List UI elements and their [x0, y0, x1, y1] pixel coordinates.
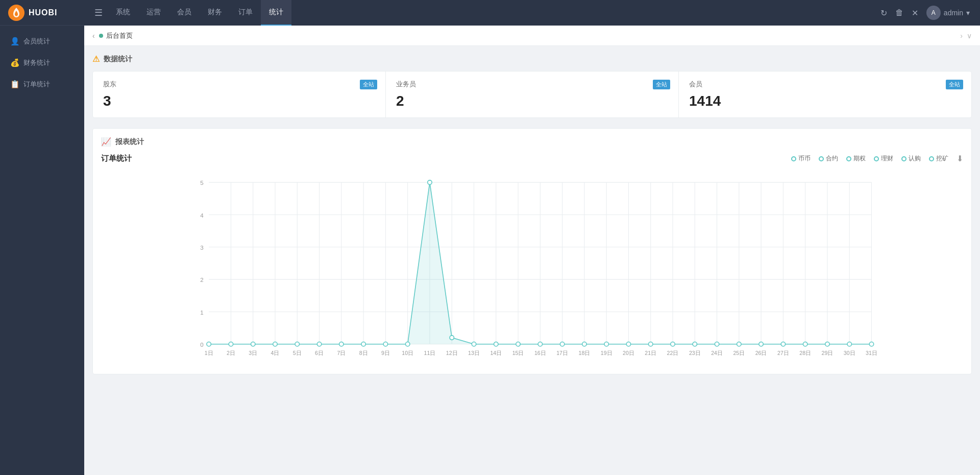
chart-dot-13 [494, 342, 498, 346]
stat-member-value: 1414 [689, 93, 961, 109]
chart-dot-21 [671, 342, 675, 346]
stat-member-label: 会员 [689, 80, 961, 89]
legend-subscribe-label: 认购 [909, 154, 921, 163]
breadcrumb-forward-arrow[interactable]: › [960, 32, 963, 40]
chart-dot-29 [847, 342, 851, 346]
finance-stats-icon: 💰 [10, 58, 19, 67]
sidebar-item-finance-stats[interactable]: 💰 财务统计 [0, 52, 84, 74]
chart-dot-10 [428, 180, 432, 184]
user-menu[interactable]: A admin ▾ [926, 6, 970, 20]
tab-operations[interactable]: 运营 [138, 0, 169, 26]
svg-text:5日: 5日 [293, 350, 302, 356]
topbar-actions: ↻ 🗑 ✕ A admin ▾ [875, 6, 975, 20]
menu-icon[interactable]: ☰ [89, 7, 108, 18]
data-stats-label: 数据统计 [104, 55, 132, 64]
chart-dot-24 [737, 342, 741, 346]
legend-option-dot [846, 156, 851, 161]
chart-dot-16 [560, 342, 564, 346]
chart-dot-9 [405, 342, 409, 346]
svg-text:2: 2 [200, 276, 203, 283]
legend-subscribe-dot [901, 156, 906, 161]
legend-mining-dot [929, 156, 934, 161]
tab-operations-label: 运营 [146, 8, 161, 17]
breadcrumb-dot [99, 34, 103, 38]
chart-dot-27 [803, 342, 807, 346]
sidebar-item-order-stats[interactable]: 📋 订单统计 [0, 74, 84, 95]
chart-dot-8 [383, 342, 387, 346]
avatar: A [926, 6, 941, 20]
close-icon[interactable]: ✕ [912, 8, 918, 18]
stat-salesman-label: 业务员 [396, 80, 668, 89]
refresh-icon[interactable]: ↻ [880, 8, 887, 18]
tab-system[interactable]: 系统 [108, 0, 138, 26]
chart-section-header: 📈 报表统计 [101, 137, 963, 147]
stat-card-member: 会员 1414 全站 [679, 72, 971, 117]
stat-shareholder-value: 3 [103, 93, 375, 109]
svg-text:20日: 20日 [623, 350, 634, 356]
chart-dot-23 [715, 342, 719, 346]
svg-text:7日: 7日 [337, 350, 346, 356]
stat-shareholder-badge: 全站 [360, 80, 377, 89]
breadcrumb-expand-arrow[interactable]: ∨ [967, 32, 972, 40]
legend-coin-label: 币币 [798, 154, 811, 163]
delete-icon[interactable]: 🗑 [895, 8, 903, 17]
chart-dot-1 [229, 342, 233, 346]
svg-text:15日: 15日 [512, 350, 524, 356]
chart-container: 0 1 2 3 4 5 1日 2日 3日 4日 5日 6日 7日 8日 9 [101, 172, 963, 366]
svg-text:9日: 9日 [381, 350, 390, 356]
member-stats-icon: 👤 [10, 37, 19, 46]
svg-text:4: 4 [200, 212, 204, 219]
tab-member[interactable]: 会员 [169, 0, 200, 26]
svg-text:21日: 21日 [645, 350, 656, 356]
svg-text:26日: 26日 [755, 350, 767, 356]
sidebar-item-member-stats[interactable]: 👤 会员统计 [0, 31, 84, 52]
sidebar-item-order-stats-label: 订单统计 [23, 80, 50, 89]
chart-section-label: 报表统计 [115, 137, 144, 147]
chart-dot-22 [693, 342, 697, 346]
legend-coin-dot [791, 156, 796, 161]
svg-text:3: 3 [200, 244, 203, 251]
chart-dot-12 [472, 342, 476, 346]
sidebar-item-member-stats-label: 会员统计 [23, 37, 50, 46]
tab-stats-label: 统计 [269, 8, 283, 17]
svg-text:12日: 12日 [446, 350, 458, 356]
svg-text:17日: 17日 [556, 350, 568, 356]
legend-option: 期权 [846, 154, 866, 163]
warning-icon: ⚠ [92, 54, 100, 64]
chart-dot-18 [604, 342, 608, 346]
tab-order[interactable]: 订单 [230, 0, 261, 26]
chart-dot-17 [582, 342, 586, 346]
logo: HUOBI [0, 0, 84, 26]
tab-stats[interactable]: 统计 [261, 0, 291, 26]
chart-dot-2 [251, 342, 255, 346]
svg-text:6日: 6日 [315, 350, 324, 356]
chart-dot-15 [538, 342, 542, 346]
chart-dot-28 [825, 342, 829, 346]
svg-text:14日: 14日 [490, 350, 502, 356]
svg-text:18日: 18日 [579, 350, 591, 356]
legend-wealth-dot [874, 156, 879, 161]
chart-dot-14 [516, 342, 520, 346]
tab-finance-label: 财务 [208, 8, 222, 17]
tab-finance[interactable]: 财务 [200, 0, 230, 26]
sidebar: HUOBI 👤 会员统计 💰 财务统计 📋 订单统计 [0, 0, 84, 475]
svg-text:16日: 16日 [534, 350, 546, 356]
breadcrumb-back-arrow[interactable]: ‹ [92, 32, 95, 40]
stat-member-badge: 全站 [946, 80, 963, 89]
stat-salesman-value: 2 [396, 93, 668, 109]
svg-text:31日: 31日 [866, 350, 877, 356]
chart-download-button[interactable]: ⬇ [957, 154, 963, 163]
topbar-tabs: 系统 运营 会员 财务 订单 统计 [108, 0, 875, 26]
stats-row: 股东 3 全站 业务员 2 全站 会员 1414 全站 [92, 71, 972, 118]
order-stats-icon: 📋 [10, 80, 19, 89]
legend-wealth: 理财 [874, 154, 893, 163]
tab-system-label: 系统 [116, 8, 130, 17]
chart-icon: 📈 [101, 137, 111, 147]
legend-mining: 挖矿 [929, 154, 948, 163]
svg-text:5: 5 [200, 179, 203, 186]
chart-dot-6 [339, 342, 344, 346]
svg-text:28日: 28日 [799, 350, 811, 356]
legend-contract: 合约 [819, 154, 838, 163]
chart-dot-20 [649, 342, 653, 346]
huobi-logo-icon [8, 5, 24, 21]
